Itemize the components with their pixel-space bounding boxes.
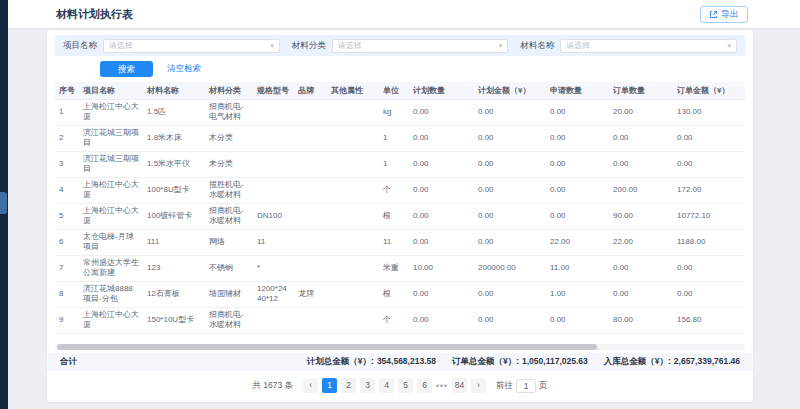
table-cell: 0.00 (546, 177, 609, 203)
table-cell: 100*8U型卡 (143, 177, 205, 203)
export-button[interactable]: 导出 (700, 6, 748, 23)
table-cell: 0.00 (409, 177, 474, 203)
table-cell: 0.00 (409, 229, 474, 255)
table-cell: 0.00 (474, 203, 546, 229)
table-cell: 1 (379, 125, 409, 151)
table-cell: 个 (379, 307, 409, 333)
table-cell: 招商机电-电气材料 (205, 99, 253, 125)
filter-label-project-name: 项目名称 (63, 40, 97, 52)
material-name-select[interactable]: 请选择 ▾ (560, 39, 737, 53)
table-cell: 0.00 (609, 281, 673, 307)
table-cell: 0.00 (474, 125, 546, 151)
table-cell: 上海松江中心大厦 (79, 307, 143, 333)
table-cell: 0.00 (673, 281, 745, 307)
page-button-6[interactable]: 6 (417, 378, 432, 393)
goto-page-input[interactable] (516, 379, 536, 393)
horizontal-scrollbar-thumb[interactable] (57, 344, 597, 350)
table-cell: 6 (55, 229, 79, 255)
table-cell: 未分类 (205, 151, 253, 177)
export-icon (709, 10, 718, 19)
table-cell: 0.00 (409, 151, 474, 177)
table-row[interactable]: 4上海松江中心大厦100*8U型卡揽胜机电-水暖材料个0.000.000.002… (55, 177, 745, 203)
table-cell: 0.00 (409, 99, 474, 125)
table-row[interactable]: 6太仓电梯-月球项目111网络11110.000.0022.0022.00118… (55, 229, 745, 255)
table-cell (327, 177, 379, 203)
table-row[interactable]: 7常州盛达大学生公寓新建123不锈钢*米重10.00200000.0011.00… (55, 255, 745, 281)
page-button-3[interactable]: 3 (360, 378, 375, 393)
table-cell: 150*10U型卡 (143, 307, 205, 333)
table-row[interactable]: 9上海松江中心大厦150*10U型卡招商机电-水暖材料个0.000.000.00… (55, 307, 745, 333)
material-category-placeholder: 请选择 (338, 40, 499, 51)
page-title: 材料计划执行表 (56, 7, 133, 22)
table-cell: 1.8米木床 (143, 125, 205, 151)
goto-suffix-label: 页 (539, 380, 548, 392)
planned-total-amount: 计划总金额（¥）: 354,568,213.58 (307, 356, 436, 368)
table-cell: 滨江花城三期项目 (79, 125, 143, 151)
page-button-5[interactable]: 5 (398, 378, 413, 393)
filter-group-project: 项目名称 请选择 ▾ (63, 39, 280, 53)
column-header: 订单数量 (609, 82, 673, 99)
table-cell: 滨江花城三期项目 (79, 151, 143, 177)
table-cell (327, 203, 379, 229)
page-buttons: 123456 (322, 378, 432, 393)
table-cell (294, 177, 327, 203)
search-button[interactable]: 搜索 (100, 61, 153, 78)
table-cell: 2 (55, 125, 79, 151)
table-row[interactable]: 1上海松江中心大厦1.5匹招商机电-电气材料kg0.000.000.0020.0… (55, 99, 745, 125)
table-cell: 揽胜机电-水暖材料 (205, 177, 253, 203)
table-cell: 0.00 (474, 151, 546, 177)
table-cell: 11 (253, 229, 294, 255)
collapsed-sidebar[interactable] (0, 0, 8, 409)
table-cell: 111 (143, 229, 205, 255)
inbound-total-amount: 入库总金额（¥）: 2,657,339,761.46 (604, 356, 740, 368)
column-header: 申请数量 (546, 82, 609, 99)
table-cell: 9 (55, 307, 79, 333)
table-row[interactable]: 8滨江花城8888项目-分包12石膏板墙面辅材1200*2440*12龙牌根0.… (55, 281, 745, 307)
table-row[interactable]: 2滨江花城三期项目1.8米木床木分类10.000.000.000.000.00 (55, 125, 745, 151)
table-cell (327, 99, 379, 125)
clear-search-button[interactable]: 清空检索 (167, 63, 201, 75)
order-total-amount: 订单总金额（¥）: 1,050,117,025.63 (452, 356, 588, 368)
table-cell: 10.00 (409, 255, 474, 281)
topbar: 材料计划执行表 导出 (8, 0, 800, 28)
next-page-button[interactable]: › (471, 378, 486, 393)
table-cell: 0.00 (409, 281, 474, 307)
page-button-2[interactable]: 2 (341, 378, 356, 393)
project-name-select[interactable]: 请选择 ▾ (103, 39, 280, 53)
table-cell (253, 125, 294, 151)
page-button-1[interactable]: 1 (322, 378, 337, 393)
table-cell: 3 (55, 151, 79, 177)
table-cell: 172.00 (673, 177, 745, 203)
table-cell: 5 (55, 203, 79, 229)
sidebar-expand-handle[interactable] (0, 192, 7, 214)
materials-table: 序号项目名称材料名称材料分类规格型号品牌其他属性单位计划数量计划金额（¥）申请数… (55, 82, 745, 334)
pagination-total-count: 共 1673 条 (252, 380, 293, 392)
table-cell: 根 (379, 281, 409, 307)
table-header-row: 序号项目名称材料名称材料分类规格型号品牌其他属性单位计划数量计划金额（¥）申请数… (55, 82, 745, 99)
table-cell: 根 (379, 203, 409, 229)
table-cell: 0.00 (409, 307, 474, 333)
table-cell (253, 307, 294, 333)
project-name-placeholder: 请选择 (109, 40, 270, 51)
table-cell: 墙面辅材 (205, 281, 253, 307)
table-cell: 0.00 (546, 307, 609, 333)
table-cell (253, 177, 294, 203)
table-cell: 0.00 (546, 99, 609, 125)
horizontal-scrollbar[interactable] (55, 344, 745, 350)
table-cell: 0.00 (474, 281, 546, 307)
material-category-select[interactable]: 请选择 ▾ (332, 39, 509, 53)
filter-panel: 项目名称 请选择 ▾ 材料分类 请选择 ▾ 材料名称 请选择 ▾ (55, 35, 745, 56)
column-header: 项目名称 (79, 82, 143, 99)
table-cell: 80.00 (609, 307, 673, 333)
table-cell: 100镀锌管卡 (143, 203, 205, 229)
table-row[interactable]: 5上海松江中心大厦100镀锌管卡招商机电-水暖材料DN100根0.000.000… (55, 203, 745, 229)
table-cell (327, 255, 379, 281)
column-header: 规格型号 (253, 82, 294, 99)
prev-page-button[interactable]: ‹ (303, 378, 318, 393)
table-row[interactable]: 3滨江花城三期项目1.5米水平仪未分类10.000.000.000.000.00 (55, 151, 745, 177)
last-page-button[interactable]: 84 (452, 378, 467, 393)
table-cell: 200000.00 (474, 255, 546, 281)
pagination-ellipsis: ••• (436, 381, 448, 391)
page-button-4[interactable]: 4 (379, 378, 394, 393)
column-header: 计划金额（¥） (474, 82, 546, 99)
